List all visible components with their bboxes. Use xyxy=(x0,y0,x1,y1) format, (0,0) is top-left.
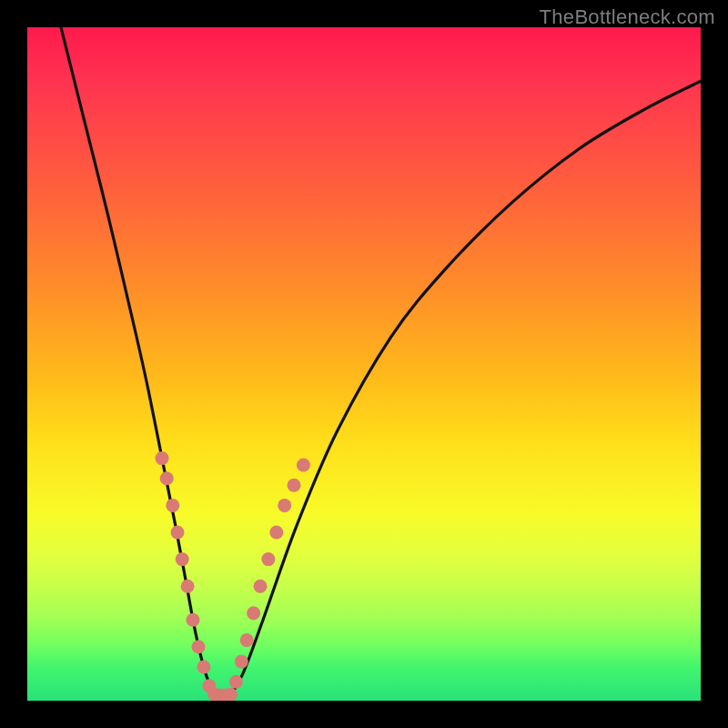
data-marker xyxy=(171,526,185,540)
bottleneck-curve xyxy=(61,27,701,698)
data-marker xyxy=(176,552,189,566)
data-marker xyxy=(160,471,174,485)
frame: TheBottleneck.com xyxy=(0,0,728,728)
data-marker xyxy=(297,459,310,472)
data-marker xyxy=(192,640,206,653)
data-marker xyxy=(278,499,291,512)
data-marker xyxy=(247,606,260,620)
data-marker xyxy=(240,633,254,647)
data-marker xyxy=(288,479,301,492)
data-marker xyxy=(261,552,275,566)
data-marker xyxy=(156,451,169,465)
data-marker xyxy=(181,580,195,593)
data-marker xyxy=(254,580,268,593)
data-marker xyxy=(229,675,243,689)
data-marker xyxy=(235,655,248,669)
data-markers xyxy=(156,451,310,701)
data-marker xyxy=(187,613,200,627)
data-marker xyxy=(166,499,179,512)
bottleneck-chart xyxy=(27,27,701,701)
plot-area xyxy=(27,27,701,701)
data-marker xyxy=(269,526,283,540)
watermark-text: TheBottleneck.com xyxy=(540,5,715,29)
data-marker xyxy=(197,661,210,674)
